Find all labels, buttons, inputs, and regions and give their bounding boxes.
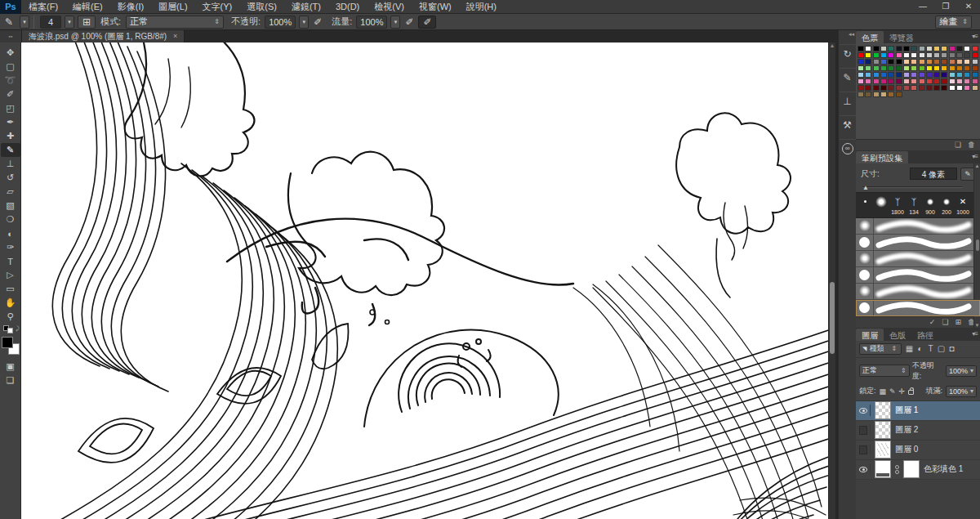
color-swatch[interactable]: [873, 85, 880, 91]
color-swatch[interactable]: [880, 78, 887, 84]
color-swatch[interactable]: [880, 52, 887, 58]
tool-presets-panel[interactable]: ⚒: [840, 115, 856, 133]
color-swatch[interactable]: [956, 65, 963, 71]
pen-tool[interactable]: ✑: [1, 240, 20, 254]
layer-row[interactable]: 圖層 1: [856, 401, 980, 421]
menu-item[interactable]: 檢視(V): [367, 0, 412, 14]
color-swatch[interactable]: [896, 46, 902, 51]
eyedropper-tool[interactable]: ✒: [1, 115, 20, 129]
layer-thumbnail[interactable]: [875, 401, 891, 419]
close-button[interactable]: ✕: [957, 0, 980, 14]
color-swatch[interactable]: [911, 46, 917, 51]
color-swatch[interactable]: [873, 78, 880, 84]
brush-preset[interactable]: ᛉ134: [906, 195, 922, 216]
color-swatch[interactable]: [880, 46, 887, 51]
color-swatch[interactable]: [964, 85, 970, 91]
color-swatch[interactable]: [933, 52, 940, 58]
color-swatch[interactable]: [956, 46, 963, 51]
gradient-tool[interactable]: ▧: [1, 199, 20, 213]
lasso-tool[interactable]: ➰: [1, 74, 20, 87]
color-swatch[interactable]: [933, 59, 940, 65]
canvas-vertical-scrollbar[interactable]: ▲: [828, 43, 835, 519]
color-swatch[interactable]: [949, 85, 956, 91]
color-swatch[interactable]: [972, 78, 978, 84]
color-swatch[interactable]: [896, 65, 902, 71]
color-swatch[interactable]: [911, 52, 917, 58]
history-brush-tool[interactable]: ↺: [1, 171, 20, 185]
color-swatch[interactable]: [865, 72, 871, 78]
new-swatch-icon[interactable]: ❏: [955, 141, 961, 149]
brush-stroke-row[interactable]: [856, 300, 980, 316]
color-swatch[interactable]: [949, 52, 956, 58]
menu-item[interactable]: 濾鏡(T): [284, 0, 328, 14]
scroll-up-icon[interactable]: ▲: [829, 43, 835, 48]
opacity-dropdown[interactable]: ▾: [299, 16, 309, 29]
color-swatch[interactable]: [956, 72, 963, 78]
quick-mask-button[interactable]: ▣: [1, 360, 20, 374]
color-swatch[interactable]: [880, 59, 887, 65]
color-swatch[interactable]: [933, 65, 940, 71]
color-swatch[interactable]: [919, 59, 925, 65]
layer-filter-icon[interactable]: ▢: [936, 344, 947, 353]
new-brush-icon[interactable]: ⊞: [955, 318, 961, 326]
color-swatch[interactable]: [888, 52, 894, 58]
tool-preset-picker-icon[interactable]: ✎: [0, 16, 18, 29]
shape-tool[interactable]: ▭: [1, 282, 20, 296]
color-swatch[interactable]: [949, 46, 956, 51]
layer-row[interactable]: 色彩填色 1: [856, 460, 980, 480]
color-swatch[interactable]: [858, 46, 864, 51]
color-swatch[interactable]: [972, 52, 978, 58]
layer-filter-icon[interactable]: T: [925, 344, 936, 353]
color-swatch[interactable]: [865, 52, 871, 58]
path-selection-tool[interactable]: ▷: [1, 268, 20, 282]
opacity-value[interactable]: 100%: [265, 16, 296, 29]
color-swatch[interactable]: [956, 52, 963, 58]
color-swatch[interactable]: [858, 65, 864, 71]
lock-all-icon[interactable]: [908, 390, 914, 395]
color-swatch[interactable]: [919, 52, 925, 58]
visibility-toggle[interactable]: [859, 463, 871, 475]
menu-item[interactable]: 影像(I): [110, 0, 151, 14]
color-swatch[interactable]: [896, 85, 902, 91]
blur-tool[interactable]: ❍: [1, 213, 20, 226]
brush-preset-picker[interactable]: 4: [40, 16, 61, 29]
color-swatch[interactable]: [949, 72, 956, 78]
color-swatch[interactable]: [858, 78, 864, 84]
color-swatch[interactable]: [933, 85, 940, 91]
color-swatch[interactable]: [911, 78, 917, 84]
toolbar-collapse-handle[interactable]: ▪▪: [0, 30, 22, 43]
color-swatch[interactable]: [926, 46, 933, 51]
color-swatch[interactable]: [858, 92, 864, 97]
color-swatch[interactable]: [865, 85, 871, 91]
healing-brush-tool[interactable]: ✚: [1, 129, 20, 143]
brush-size-slider[interactable]: ▲: [862, 182, 973, 192]
color-swatch[interactable]: [911, 59, 917, 65]
screen-mode-button[interactable]: ❏: [1, 374, 20, 387]
color-swatch[interactable]: [896, 59, 902, 65]
color-swatch[interactable]: [880, 92, 887, 97]
color-swatch[interactable]: [941, 85, 947, 91]
layer-thumbnail[interactable]: [875, 460, 891, 478]
airbrush-toggle-icon[interactable]: ✐: [400, 16, 418, 29]
color-swatch[interactable]: [873, 46, 880, 51]
color-swatch[interactable]: [911, 72, 917, 78]
layer-mask-thumbnail[interactable]: [903, 460, 920, 478]
menu-item[interactable]: 圖層(L): [151, 0, 194, 14]
slider-thumb-icon[interactable]: ▲: [862, 184, 869, 191]
brush-settings-panel[interactable]: ✎: [840, 68, 856, 86]
tool-preset-dropdown[interactable]: ▾: [20, 16, 29, 29]
color-swatch[interactable]: [949, 59, 956, 65]
tab-brush-presets[interactable]: 筆刷預設集: [856, 151, 908, 163]
color-swatch[interactable]: [896, 72, 902, 78]
layer-filter-icon[interactable]: ◘: [947, 344, 957, 353]
menu-item[interactable]: 編輯(E): [65, 0, 110, 14]
color-swatch[interactable]: [903, 52, 910, 58]
color-swatch[interactable]: [919, 78, 925, 84]
brush-picker-dropdown[interactable]: ▾: [65, 16, 74, 29]
blend-mode-select[interactable]: 正常⇕: [126, 16, 224, 29]
color-swatch[interactable]: [926, 65, 933, 71]
layer-filter-icon[interactable]: ▦: [904, 344, 915, 353]
tab-close-icon[interactable]: ×: [173, 30, 177, 43]
lock-icon[interactable]: ✛: [899, 387, 906, 396]
brush-preset[interactable]: [857, 195, 873, 216]
